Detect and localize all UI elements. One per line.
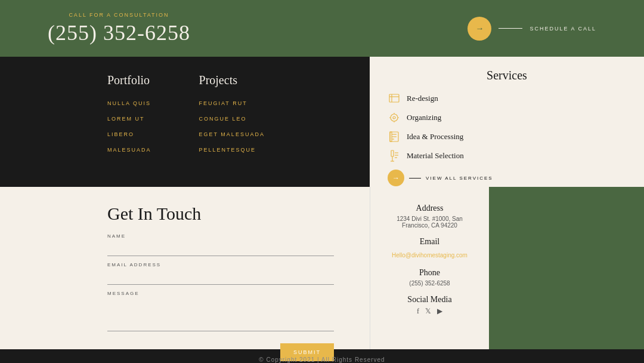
email-link[interactable]: Hello@divihomestaging.com [392,252,467,259]
list-item[interactable]: MALESUADA [107,143,151,154]
list-item[interactable]: EGET MALESUADA [199,128,265,139]
service-name-organizing: Organizing [407,113,441,122]
material-icon [388,149,401,162]
redesign-icon [388,92,401,105]
service-item-redesign[interactable]: Re-design [388,92,626,105]
service-item-organizing[interactable]: Organizing [388,111,626,124]
portfolio-link-1[interactable]: NULLA QUIS [107,100,151,106]
name-input[interactable] [107,241,334,256]
info-area: Address 1234 Divi St. #1000, San Francis… [370,187,489,349]
call-label: CALL FOR A CONSULTATION [69,12,169,18]
portfolio-link-2[interactable]: LOREM UT [107,116,145,122]
service-name-idea: Idea & Processing [407,132,463,141]
view-all-arrow-icon: → [392,174,400,183]
svg-point-3 [391,114,398,121]
message-field: MESSAGE [107,291,334,334]
banner-right: → SCHEDULE A CALL [467,17,596,41]
list-item[interactable]: FEUGIAT RUT [199,97,265,107]
view-all-line [409,178,421,179]
social-title: Social Media [382,295,477,304]
portfolio-heading: Portfolio [107,73,151,87]
banner-left: CALL FOR A CONSULTATION (255) 352-6258 [48,12,190,45]
email-block: Email Hello@divihomestaging.com [382,237,477,260]
schedule-line [499,28,522,29]
middle-dark: Portfolio NULLA QUIS LOREM UT LIBERO MAL… [0,57,370,187]
service-item-idea[interactable]: Idea & Processing [388,130,626,143]
address-text: 1234 Divi St. #1000, San Francisco, CA 9… [382,216,477,229]
phone-title: Phone [382,268,477,278]
project-link-4[interactable]: PELLENTESQUE [199,147,256,153]
contact-heading: Get In Touch [107,204,334,224]
arrow-icon: → [475,24,484,33]
portfolio-col: Portfolio NULLA QUIS LOREM UT LIBERO MAL… [107,73,151,170]
list-item[interactable]: PELLENTESQUE [199,143,265,154]
svg-point-4 [393,116,395,119]
message-input[interactable] [107,299,334,331]
services-heading: Services [388,69,626,82]
view-all-text[interactable]: VIEW ALL SERVICES [426,176,493,181]
address-block: Address 1234 Divi St. #1000, San Francis… [382,204,477,229]
svg-rect-15 [391,150,394,156]
address-title: Address [382,204,477,213]
project-link-1[interactable]: FEUGIAT RUT [199,100,247,106]
schedule-circle: → [467,17,491,41]
idea-icon [388,130,401,143]
phone-block: Phone (255) 352-6258 [382,268,477,287]
youtube-icon[interactable]: ▶ [437,307,442,316]
sidebar-right [489,187,644,349]
portfolio-link-3[interactable]: LIBERO [107,131,134,137]
email-title: Email [382,237,477,247]
name-field: NAME [107,233,334,256]
services-col: Services Re-design Organizing [370,57,644,187]
projects-list: FEUGIAT RUT CONGUE LEO EGET MALESUADA PE… [199,97,265,154]
project-link-2[interactable]: CONGUE LEO [199,116,247,122]
social-icons: f 𝕏 ▶ [382,307,477,316]
service-name-redesign: Re-design [407,94,438,103]
social-block: Social Media f 𝕏 ▶ [382,295,477,316]
top-banner: CALL FOR A CONSULTATION (255) 352-6258 →… [0,0,644,57]
view-all-services[interactable]: → VIEW ALL SERVICES [388,170,626,186]
projects-col: Projects FEUGIAT RUT CONGUE LEO EGET MAL… [199,73,265,170]
twitter-icon[interactable]: 𝕏 [425,307,431,316]
message-label: MESSAGE [107,291,334,296]
list-item[interactable]: LIBERO [107,128,151,139]
list-item[interactable]: NULLA QUIS [107,97,151,107]
portfolio-list: NULLA QUIS LOREM UT LIBERO MALESUADA [107,97,151,154]
phone-text: (255) 352-6258 [382,280,477,287]
copyright-text: © Copyright 2021 | All Rights Reserved [259,356,385,363]
service-item-material[interactable]: Material Selection [388,149,626,162]
phone-number: (255) 352-6258 [48,20,190,45]
email-field: EMAIL ADDRESS [107,262,334,285]
contact-area: Get In Touch NAME EMAIL ADDRESS MESSAGE … [0,187,370,349]
svg-rect-0 [389,94,399,102]
bottom-section: Get In Touch NAME EMAIL ADDRESS MESSAGE … [0,187,644,349]
name-label: NAME [107,233,334,239]
middle-section: Portfolio NULLA QUIS LOREM UT LIBERO MAL… [0,57,644,187]
view-all-circle: → [388,170,404,186]
service-name-material: Material Selection [407,151,464,161]
project-link-3[interactable]: EGET MALESUADA [199,131,265,137]
list-item[interactable]: CONGUE LEO [199,112,265,123]
email-input[interactable] [107,270,334,285]
organizing-icon [388,111,401,124]
projects-heading: Projects [199,73,265,87]
email-label: EMAIL ADDRESS [107,262,334,267]
svg-rect-14 [390,132,392,141]
list-item[interactable]: LOREM UT [107,112,151,123]
facebook-icon[interactable]: f [417,307,419,316]
schedule-label[interactable]: SCHEDULE A CALL [530,26,596,32]
portfolio-link-4[interactable]: MALESUADA [107,147,151,153]
